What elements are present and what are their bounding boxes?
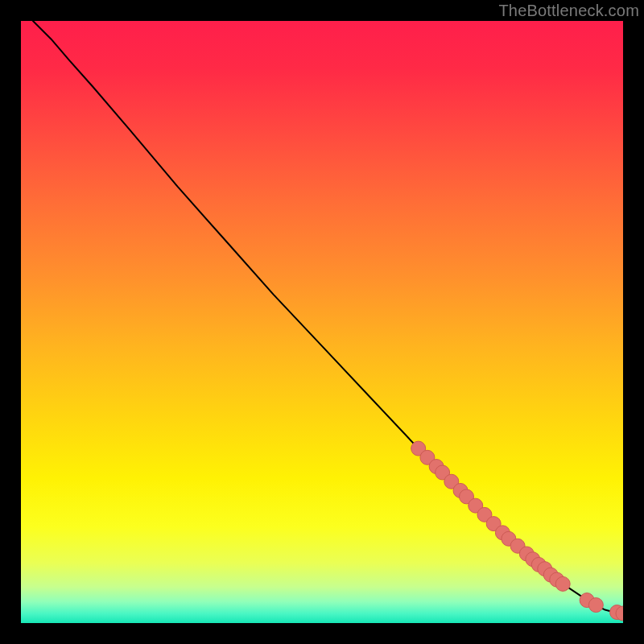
plot-area bbox=[21, 21, 623, 623]
chart-svg bbox=[21, 21, 623, 623]
chart-stage: TheBottleneck.com bbox=[0, 0, 644, 644]
gradient-background bbox=[21, 21, 623, 623]
attribution-label: TheBottleneck.com bbox=[498, 2, 639, 20]
curve-marker bbox=[555, 576, 570, 591]
curve-marker bbox=[588, 598, 603, 613]
